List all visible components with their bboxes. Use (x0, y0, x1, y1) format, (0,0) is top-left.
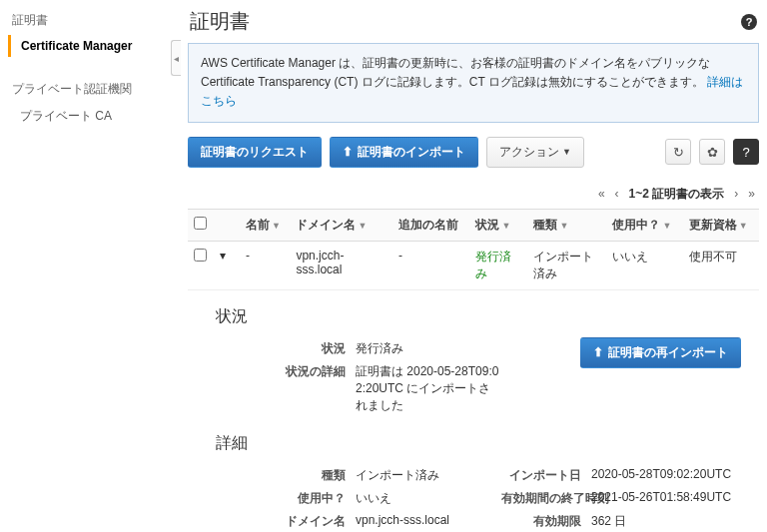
col-renewal[interactable]: 更新資格▼ (683, 209, 759, 241)
detail-heading: 詳細 (216, 433, 741, 454)
page-first[interactable]: « (598, 187, 605, 201)
table-row[interactable]: ▾ - vpn.jcch-sss.local - 発行済み インポート済み いい… (188, 241, 759, 289)
sidebar-header-certs: 証明書 (8, 8, 180, 35)
row-checkbox[interactable] (194, 249, 207, 262)
page-prev[interactable]: ‹ (615, 187, 619, 201)
k-valid-days: 有効期限 (501, 513, 591, 530)
v-domain: vpn.jcch-sss.local (356, 513, 501, 527)
k-domain: ドメイン名 (266, 513, 356, 530)
request-certificate-button[interactable]: 証明書のリクエスト (188, 137, 322, 168)
sidebar-header-pca: プライベート認証機関 (8, 77, 180, 104)
certificates-table: 名前▼ ドメイン名▼ 追加の名前 状況▼ 種類▼ 使用中？▼ 更新資格▼ ▾ -… (188, 209, 759, 532)
page-title: 証明書 (190, 8, 250, 35)
actions-dropdown[interactable]: アクション ▼ (486, 137, 584, 168)
sidebar-item-certificate-manager[interactable]: Certificate Manager (8, 35, 180, 57)
pagination: « ‹ 1~2 証明書の表示 › » (188, 180, 759, 209)
import-certificate-button[interactable]: ⬆ 証明書のインポート (330, 137, 478, 168)
page-next[interactable]: › (734, 187, 738, 201)
select-all-checkbox[interactable] (194, 217, 207, 230)
v-inuse: いいえ (356, 490, 501, 507)
status-heading: 状況 (216, 306, 741, 327)
status-detail-value: 証明書は 2020-05-28T09:02:20UTC にインポートされました (356, 363, 501, 414)
v-type: インポート済み (356, 467, 501, 484)
cell-type: インポート済み (527, 241, 606, 289)
k-expiry: 有効期間の終了時刻 (501, 490, 591, 507)
cell-status: 発行済み (469, 241, 527, 289)
v-expiry: 2021-05-26T01:58:49UTC (591, 490, 741, 504)
page-last[interactable]: » (748, 187, 755, 201)
col-status[interactable]: 状況▼ (469, 209, 527, 241)
k-inuse: 使用中？ (266, 490, 356, 507)
help-button[interactable]: ? (733, 139, 759, 165)
settings-button[interactable]: ✿ (699, 139, 725, 165)
k-type: 種類 (266, 467, 356, 484)
cell-additional: - (392, 241, 469, 289)
import-label: 証明書のインポート (358, 144, 465, 161)
main-content: 証明書 ? AWS Certificate Manager は、証明書の更新時に… (180, 0, 767, 532)
status-detail-label: 状況の詳細 (266, 363, 356, 380)
cell-name: - (240, 241, 290, 289)
upload-icon: ⬆ (343, 145, 353, 159)
page-range: 1~2 証明書の表示 (629, 186, 725, 203)
row-detail-panel: 状況 状況 発行済み 状況の詳細 証明書は 2020-05-2 (188, 290, 759, 532)
cell-renewal: 使用不可 (683, 241, 759, 289)
cell-domain: vpn.jcch-sss.local (290, 241, 392, 289)
v-import-date: 2020-05-28T09:02:20UTC (591, 467, 741, 481)
col-inuse[interactable]: 使用中？▼ (606, 209, 682, 241)
sidebar-item-private-ca[interactable]: プライベート CA (8, 104, 180, 129)
reimport-label: 証明書の再インポート (608, 344, 728, 361)
ct-info-banner: AWS Certificate Manager は、証明書の更新時に、お客様の証… (188, 43, 759, 123)
help-icon[interactable]: ? (741, 14, 757, 30)
v-valid-days: 362 日 (591, 513, 741, 530)
sidebar: 証明書 Certificate Manager プライベート認証機関 プライベー… (0, 0, 180, 532)
sidebar-collapse-toggle[interactable]: ◂ (171, 40, 181, 76)
cell-inuse: いいえ (606, 241, 682, 289)
actions-label: アクション (499, 144, 559, 161)
upload-icon: ⬆ (593, 345, 603, 359)
k-import-date: インポート日 (501, 467, 591, 484)
col-domain[interactable]: ドメイン名▼ (290, 209, 392, 241)
col-type[interactable]: 種類▼ (527, 209, 606, 241)
status-value: 発行済み (356, 340, 501, 357)
reimport-button[interactable]: ⬆ 証明書の再インポート (580, 337, 741, 368)
status-label: 状況 (266, 340, 356, 357)
col-additional[interactable]: 追加の名前 (392, 209, 469, 241)
expand-toggle[interactable]: ▾ (214, 241, 240, 289)
col-name[interactable]: 名前▼ (240, 209, 290, 241)
banner-text: AWS Certificate Manager は、証明書の更新時に、お客様の証… (201, 56, 710, 89)
refresh-button[interactable]: ↻ (665, 139, 691, 165)
chevron-down-icon: ▼ (562, 147, 571, 157)
